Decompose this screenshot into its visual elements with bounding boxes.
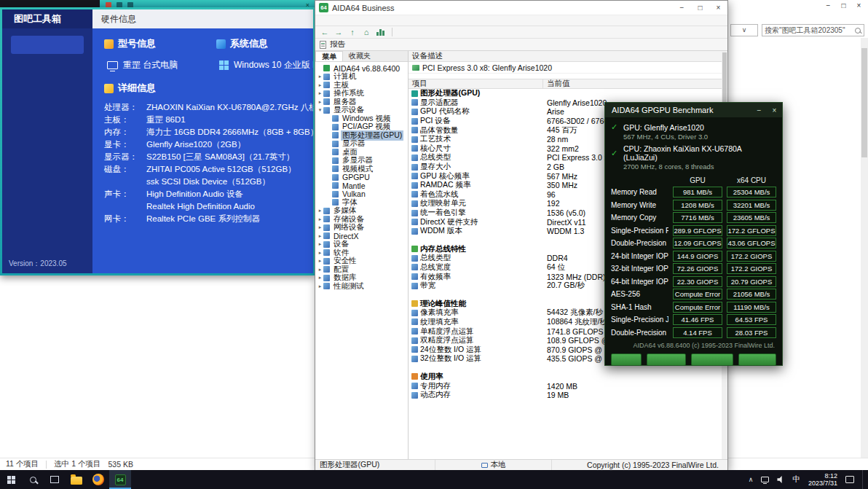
tree-item[interactable]: GPGPU	[315, 173, 408, 182]
task-view-button[interactable]	[44, 470, 66, 489]
tree-item[interactable]: Mantle	[315, 181, 408, 190]
tree-expander-icon[interactable]: ▸	[317, 99, 323, 105]
tree-expander-icon[interactable]: ▸	[317, 90, 323, 96]
report-button[interactable]: 报告	[330, 39, 345, 50]
sidebar-item[interactable]	[2, 109, 92, 127]
tab-menu[interactable]: 菜单	[315, 51, 343, 61]
tree-item[interactable]: ▸ 性能测试	[315, 282, 408, 291]
tree-expander-icon[interactable]: ▸	[317, 241, 323, 247]
tree-item[interactable]: ▸ 网络设备	[315, 224, 408, 232]
tab-favorites[interactable]: 收藏夹	[343, 51, 376, 61]
sidebar-item[interactable]	[2, 218, 92, 236]
gpu-result-cell: 4.14 FPS	[673, 327, 722, 338]
sidebar-item[interactable]	[2, 145, 92, 163]
address-dropdown[interactable]: ∨	[730, 24, 758, 36]
close-icon[interactable]: ×	[709, 1, 727, 15]
aida64-taskbar-button[interactable]: 64	[109, 470, 131, 489]
tree-expander-icon[interactable]: ▸	[317, 275, 323, 281]
sidebar-item[interactable]	[2, 54, 92, 72]
tree-expander-icon[interactable]: ▸	[317, 233, 323, 239]
chart-icon[interactable]	[376, 28, 384, 36]
notification-center-icon[interactable]	[845, 476, 854, 483]
close-icon[interactable]: ×	[851, 0, 867, 12]
hardware-detail-row: 主板： 重罡 86D1	[104, 114, 313, 126]
aida64-titlebar[interactable]: 64 AIDA64 Business − □ ×	[315, 1, 727, 15]
network-icon[interactable]	[761, 477, 769, 482]
tree-expander-icon[interactable]: ▸	[317, 258, 323, 264]
minimize-icon[interactable]: −	[751, 103, 767, 117]
sidebar-item[interactable]	[2, 90, 92, 109]
forward-icon[interactable]: →	[333, 28, 344, 36]
toolbox-titlebar[interactable]: 图吧工具箱	[2, 9, 92, 28]
taskbar-search-button[interactable]	[22, 470, 44, 489]
tree-item[interactable]: 显示器	[315, 140, 408, 149]
home-icon[interactable]: ⌂	[360, 28, 372, 36]
tree-expander-icon[interactable]: ▸	[317, 283, 323, 289]
row-icon	[411, 127, 418, 133]
column-value[interactable]: 当前值	[543, 79, 727, 88]
volume-icon[interactable]	[777, 476, 784, 483]
search-input[interactable]	[762, 26, 855, 34]
browser-button[interactable]	[87, 470, 109, 489]
desktop: { "glyphs": { "min": "−", "max": "□", "c…	[0, 0, 868, 489]
hidden-icons-chevron[interactable]: ∧	[749, 476, 754, 483]
tree-item[interactable]: ▸ 计算机	[315, 73, 408, 82]
show-desktop-button[interactable]	[862, 470, 865, 489]
tree-node-icon	[323, 107, 330, 114]
tree-item[interactable]: ▸ 设备	[315, 240, 408, 249]
tree-item[interactable]: 字体	[315, 198, 408, 207]
window-controls: − ×	[751, 103, 782, 117]
scrollbar-thumb[interactable]	[861, 48, 867, 157]
tree-expander-icon[interactable]: ▸	[317, 250, 323, 256]
tree-item[interactable]: AIDA64 v6.88.6400	[315, 64, 408, 73]
minimize-icon[interactable]: −	[673, 1, 691, 15]
sidebar-item[interactable]	[2, 236, 92, 254]
benchmark-button[interactable]	[647, 353, 686, 366]
column-item[interactable]: 项目	[409, 79, 543, 88]
tree-item[interactable]: ▸ DirectX	[315, 232, 408, 240]
tree-item[interactable]: 视频模式	[315, 165, 408, 173]
gpu-result-cell: 12.09 GFLOPS	[673, 238, 722, 249]
sidebar-item[interactable]	[2, 200, 92, 218]
tree-expander-icon[interactable]: ▸	[317, 74, 323, 79]
tree-item[interactable]: ▸ 配置	[315, 265, 408, 274]
maximize-icon[interactable]: □	[836, 0, 851, 12]
minimize-icon[interactable]: −	[821, 0, 836, 12]
up-icon[interactable]: ↑	[347, 28, 358, 36]
sidebar-item[interactable]	[2, 181, 92, 200]
sidebar-item[interactable]	[11, 36, 84, 54]
tree-expander-icon[interactable]: ▸	[317, 82, 323, 88]
benchmark-button[interactable]	[691, 353, 733, 366]
sidebar-item[interactable]	[2, 127, 92, 145]
sidebar-item[interactable]	[2, 72, 92, 90]
explorer-scrollbar[interactable]	[861, 38, 868, 459]
maximize-icon[interactable]: □	[691, 1, 709, 15]
taskbar-clock[interactable]: 8:12 2023/7/31	[808, 472, 837, 487]
start-button[interactable]	[0, 470, 22, 489]
info-row[interactable]: 图形处理器(GPU)	[409, 89, 727, 98]
tree-item[interactable]: ▸ 操作系统	[315, 90, 408, 98]
tree-item[interactable]: ▸ 软件	[315, 249, 408, 257]
tree-expander-icon[interactable]: ▾	[317, 107, 323, 113]
info-row[interactable]: 动态内存 19 MB	[409, 391, 727, 400]
tree-item[interactable]: Vulkan	[315, 190, 408, 199]
device-description-row[interactable]: PCI Express 3.0 x8: Glenfly Arise1020	[409, 62, 727, 74]
benchmark-titlebar[interactable]: AIDA64 GPGPU Benchmark − ×	[605, 103, 782, 117]
tree-expander-icon[interactable]: ▸	[317, 224, 323, 230]
info-row[interactable]: 专用内存 1420 MB	[409, 381, 727, 391]
close-icon[interactable]: ×	[767, 103, 782, 117]
ime-indicator[interactable]: 中	[792, 474, 800, 485]
back-icon[interactable]: ←	[319, 28, 331, 36]
benchmark-button[interactable]	[738, 353, 776, 366]
sidebar-item[interactable]	[2, 163, 92, 181]
tree-node-icon	[323, 266, 330, 273]
explorer-search-box[interactable]	[762, 24, 864, 36]
benchmark-button[interactable]	[611, 353, 642, 366]
row-icon	[411, 173, 418, 179]
tree-expander-icon[interactable]: ▸	[317, 208, 323, 214]
file-explorer-button[interactable]	[66, 470, 87, 489]
info-row[interactable]: 使用率	[409, 372, 727, 382]
tree-expander-icon[interactable]: ▸	[317, 267, 323, 273]
tree-expander-icon[interactable]: ▸	[317, 216, 323, 222]
tree-item[interactable]: ▸ 安全性	[315, 257, 408, 266]
